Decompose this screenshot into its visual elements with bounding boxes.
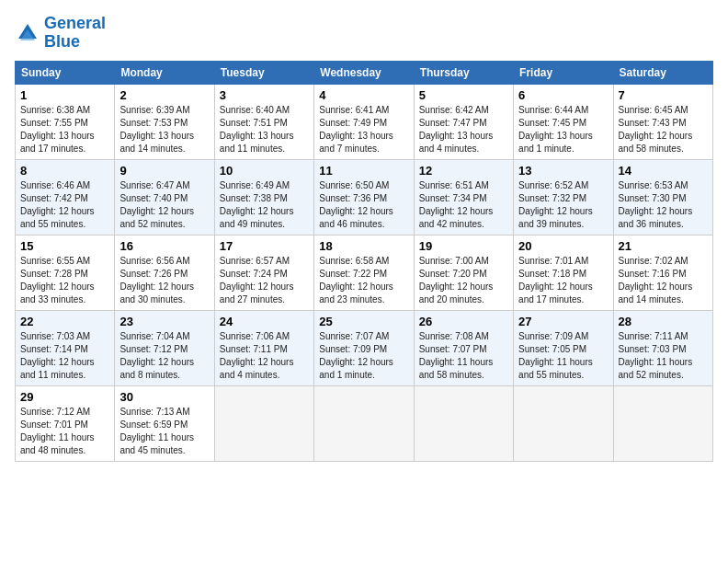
day-number: 11 (319, 164, 408, 178)
calendar-cell: 1Sunrise: 6:38 AMSunset: 7:55 PMDaylight… (16, 84, 115, 159)
calendar-row: 22Sunrise: 7:03 AMSunset: 7:14 PMDayligh… (16, 310, 713, 385)
weekday-header: Saturday (613, 61, 712, 84)
day-number: 16 (119, 239, 209, 253)
calendar-cell: 6Sunrise: 6:44 AMSunset: 7:45 PMDaylight… (514, 84, 613, 159)
day-detail: Sunrise: 6:58 AMSunset: 7:22 PMDaylight:… (319, 255, 408, 306)
day-detail: Sunrise: 6:44 AMSunset: 7:45 PMDaylight:… (518, 104, 608, 155)
day-detail: Sunrise: 7:07 AMSunset: 7:09 PMDaylight:… (319, 330, 408, 382)
day-detail: Sunrise: 7:01 AMSunset: 7:18 PMDaylight:… (518, 255, 608, 306)
day-number: 20 (518, 239, 608, 253)
day-detail: Sunrise: 6:42 AMSunset: 7:47 PMDaylight:… (419, 104, 508, 155)
day-number: 21 (619, 239, 708, 253)
day-number: 15 (20, 239, 109, 253)
day-detail: Sunrise: 6:56 AMSunset: 7:26 PMDaylight:… (119, 255, 209, 306)
logo: General Blue (15, 15, 106, 52)
calendar-cell: 2Sunrise: 6:39 AMSunset: 7:53 PMDaylight… (115, 84, 214, 159)
page-header: General Blue (15, 15, 713, 52)
day-detail: Sunrise: 6:47 AMSunset: 7:40 PMDaylight:… (119, 179, 209, 231)
calendar-row: 8Sunrise: 6:46 AMSunset: 7:42 PMDaylight… (16, 159, 713, 235)
calendar-cell: 17Sunrise: 6:57 AMSunset: 7:24 PMDayligh… (214, 235, 313, 310)
calendar-cell: 28Sunrise: 7:11 AMSunset: 7:03 PMDayligh… (613, 310, 712, 385)
calendar-cell: 18Sunrise: 6:58 AMSunset: 7:22 PMDayligh… (314, 235, 414, 310)
day-detail: Sunrise: 6:52 AMSunset: 7:32 PMDaylight:… (518, 179, 608, 231)
calendar-cell: 11Sunrise: 6:50 AMSunset: 7:36 PMDayligh… (314, 159, 414, 235)
calendar-cell: 14Sunrise: 6:53 AMSunset: 7:30 PMDayligh… (613, 159, 712, 235)
calendar-table: SundayMondayTuesdayWednesdayThursdayFrid… (15, 61, 713, 462)
day-number: 1 (20, 88, 109, 102)
day-detail: Sunrise: 6:41 AMSunset: 7:49 PMDaylight:… (319, 104, 408, 155)
calendar-cell: 7Sunrise: 6:45 AMSunset: 7:43 PMDaylight… (613, 84, 712, 159)
header-row: SundayMondayTuesdayWednesdayThursdayFrid… (16, 61, 713, 84)
day-detail: Sunrise: 6:51 AMSunset: 7:34 PMDaylight:… (419, 179, 508, 231)
day-detail: Sunrise: 6:55 AMSunset: 7:28 PMDaylight:… (20, 255, 109, 306)
weekday-header: Wednesday (314, 61, 414, 84)
day-detail: Sunrise: 6:46 AMSunset: 7:42 PMDaylight:… (20, 179, 109, 231)
calendar-cell (514, 385, 613, 461)
day-number: 5 (419, 88, 508, 102)
calendar-cell: 30Sunrise: 7:13 AMSunset: 6:59 PMDayligh… (115, 385, 214, 461)
day-detail: Sunrise: 6:45 AMSunset: 7:43 PMDaylight:… (619, 104, 708, 155)
day-detail: Sunrise: 7:00 AMSunset: 7:20 PMDaylight:… (419, 255, 508, 306)
day-number: 4 (319, 88, 408, 102)
calendar-cell: 27Sunrise: 7:09 AMSunset: 7:05 PMDayligh… (514, 310, 613, 385)
day-detail: Sunrise: 6:57 AMSunset: 7:24 PMDaylight:… (220, 255, 309, 306)
calendar-cell: 9Sunrise: 6:47 AMSunset: 7:40 PMDaylight… (115, 159, 214, 235)
calendar-cell: 10Sunrise: 6:49 AMSunset: 7:38 PMDayligh… (214, 159, 313, 235)
day-detail: Sunrise: 7:09 AMSunset: 7:05 PMDaylight:… (518, 330, 608, 382)
weekday-header: Tuesday (214, 61, 313, 84)
day-number: 27 (518, 315, 608, 328)
day-number: 26 (419, 315, 508, 328)
calendar-cell: 29Sunrise: 7:12 AMSunset: 7:01 PMDayligh… (16, 385, 115, 461)
calendar-cell: 25Sunrise: 7:07 AMSunset: 7:09 PMDayligh… (314, 310, 414, 385)
day-detail: Sunrise: 7:02 AMSunset: 7:16 PMDaylight:… (619, 255, 708, 306)
day-number: 9 (119, 164, 209, 178)
day-detail: Sunrise: 7:11 AMSunset: 7:03 PMDaylight:… (619, 330, 708, 382)
calendar-cell: 24Sunrise: 7:06 AMSunset: 7:11 PMDayligh… (214, 310, 313, 385)
calendar-row: 29Sunrise: 7:12 AMSunset: 7:01 PMDayligh… (16, 385, 713, 461)
calendar-cell: 23Sunrise: 7:04 AMSunset: 7:12 PMDayligh… (115, 310, 214, 385)
calendar-cell (613, 385, 712, 461)
day-detail: Sunrise: 7:04 AMSunset: 7:12 PMDaylight:… (119, 330, 209, 382)
day-detail: Sunrise: 6:38 AMSunset: 7:55 PMDaylight:… (20, 104, 109, 155)
day-number: 25 (319, 315, 408, 328)
calendar-cell: 19Sunrise: 7:00 AMSunset: 7:20 PMDayligh… (414, 235, 513, 310)
calendar-cell: 26Sunrise: 7:08 AMSunset: 7:07 PMDayligh… (414, 310, 513, 385)
calendar-cell: 22Sunrise: 7:03 AMSunset: 7:14 PMDayligh… (16, 310, 115, 385)
logo-text: General Blue (44, 15, 106, 52)
day-detail: Sunrise: 6:40 AMSunset: 7:51 PMDaylight:… (220, 104, 309, 155)
weekday-header: Friday (514, 61, 613, 84)
day-number: 12 (419, 164, 508, 178)
day-number: 6 (518, 88, 608, 102)
day-number: 19 (419, 239, 508, 253)
calendar-row: 1Sunrise: 6:38 AMSunset: 7:55 PMDaylight… (16, 84, 713, 159)
day-number: 17 (220, 239, 309, 253)
calendar-cell: 15Sunrise: 6:55 AMSunset: 7:28 PMDayligh… (16, 235, 115, 310)
calendar-cell: 5Sunrise: 6:42 AMSunset: 7:47 PMDaylight… (414, 84, 513, 159)
day-detail: Sunrise: 7:13 AMSunset: 6:59 PMDaylight:… (119, 406, 209, 457)
calendar-cell (314, 385, 414, 461)
day-number: 23 (119, 315, 209, 328)
day-number: 14 (619, 164, 708, 178)
calendar-cell (214, 385, 313, 461)
day-detail: Sunrise: 6:50 AMSunset: 7:36 PMDaylight:… (319, 179, 408, 231)
calendar-cell (414, 385, 513, 461)
day-detail: Sunrise: 6:49 AMSunset: 7:38 PMDaylight:… (220, 179, 309, 231)
weekday-header: Thursday (414, 61, 513, 84)
day-number: 30 (119, 390, 209, 404)
day-detail: Sunrise: 7:03 AMSunset: 7:14 PMDaylight:… (20, 330, 109, 382)
day-detail: Sunrise: 6:53 AMSunset: 7:30 PMDaylight:… (619, 179, 708, 231)
day-number: 29 (20, 390, 109, 404)
day-number: 8 (20, 164, 109, 178)
day-number: 3 (220, 88, 309, 102)
calendar-cell: 21Sunrise: 7:02 AMSunset: 7:16 PMDayligh… (613, 235, 712, 310)
calendar-cell: 4Sunrise: 6:41 AMSunset: 7:49 PMDaylight… (314, 84, 414, 159)
weekday-header: Monday (115, 61, 214, 84)
calendar-cell: 16Sunrise: 6:56 AMSunset: 7:26 PMDayligh… (115, 235, 214, 310)
day-number: 10 (220, 164, 309, 178)
day-number: 28 (619, 315, 708, 328)
calendar-cell: 8Sunrise: 6:46 AMSunset: 7:42 PMDaylight… (16, 159, 115, 235)
day-number: 7 (619, 88, 708, 102)
day-detail: Sunrise: 7:06 AMSunset: 7:11 PMDaylight:… (220, 330, 309, 382)
weekday-header: Sunday (16, 61, 115, 84)
day-detail: Sunrise: 7:12 AMSunset: 7:01 PMDaylight:… (20, 406, 109, 457)
